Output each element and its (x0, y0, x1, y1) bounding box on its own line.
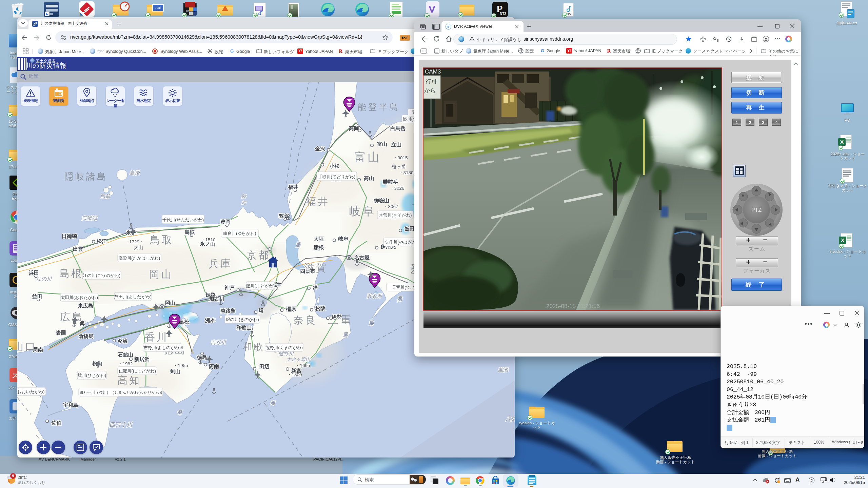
svg-text:豊岡: 豊岡 (220, 219, 231, 225)
svg-text:鳥取: 鳥取 (184, 229, 195, 235)
svg-text:今治: 今治 (117, 338, 127, 344)
svg-text:彦根: 彦根 (313, 244, 324, 250)
svg-text:1729・: 1729・ (129, 239, 144, 244)
svg-text:岐阜: 岐阜 (338, 236, 349, 242)
svg-text:兵庫: 兵庫 (209, 258, 232, 269)
svg-text:岡山: 岡山 (165, 300, 175, 306)
svg-text:千代川(せんだいがわ): 千代川(せんだいがわ) (162, 218, 204, 222)
svg-text:松江: 松江 (96, 238, 107, 244)
svg-text:岡山: 岡山 (149, 269, 173, 280)
svg-text:紀の川(きのかわ): 紀の川(きのかわ) (226, 317, 259, 322)
svg-text:富山: 富山 (377, 141, 387, 147)
svg-text:橿原: 橿原 (285, 306, 296, 312)
svg-text:浜名湖: 浜名湖 (367, 293, 382, 299)
svg-text:和歌山: 和歌山 (236, 325, 252, 330)
svg-text:手取川(てどりがわ): 手取川(てどりがわ) (318, 175, 355, 179)
svg-text:御嶽山: 御嶽山 (374, 198, 389, 203)
svg-text:高松: 高松 (179, 319, 190, 325)
svg-text:小松: 小松 (329, 163, 340, 169)
svg-text:新居浜: 新居浜 (134, 356, 150, 362)
svg-text:・1955: ・1955 (173, 363, 188, 368)
svg-text:槍ヶ岳: 槍ヶ岳 (392, 164, 406, 169)
svg-text:洲本: 洲本 (205, 317, 216, 323)
svg-text:宇和島: 宇和島 (63, 402, 78, 408)
svg-text:日御碕: 日御碕 (62, 233, 77, 239)
svg-text:・1510: ・1510 (201, 237, 216, 242)
svg-text:・3067: ・3067 (383, 204, 398, 209)
svg-text:PTZ: PTZ (751, 207, 762, 213)
svg-text:金沢: 金沢 (315, 146, 326, 151)
svg-text:高梁川(たかはしがわ): 高梁川(たかはしがわ) (119, 256, 160, 261)
svg-text:神戸: 神戸 (224, 284, 235, 290)
svg-text:能登半島: 能登半島 (358, 102, 400, 112)
svg-text:から: から (424, 87, 436, 94)
svg-text:八丈: 八丈 (505, 416, 515, 422)
svg-text:佐伯: 佐伯 (51, 420, 61, 426)
svg-text:太田川(おおたがわ): 太田川(おおたがわ) (61, 295, 98, 300)
svg-text:淀川(よどがわ): 淀川(よどがわ) (246, 284, 275, 288)
svg-text:東広島: 東広島 (78, 303, 93, 308)
svg-text:浜田: 浜田 (28, 270, 39, 276)
svg-text:2025-08-15 21:21:56: 2025-08-15 21:21:56 (546, 303, 600, 309)
svg-text:吉野川(よしのがわ): 吉野川(よしのがわ) (143, 345, 181, 350)
svg-text:大台ヶ原山: 大台ヶ原山 (287, 357, 311, 362)
svg-text:福井: 福井 (288, 184, 298, 190)
svg-text:岩国: 岩国 (56, 330, 66, 336)
svg-text:米子: 米子 (126, 230, 136, 236)
svg-text:周南: 周南 (33, 347, 43, 352)
svg-text:立山: 立山 (391, 142, 401, 147)
svg-text:富山: 富山 (354, 150, 381, 163)
svg-text:田辺: 田辺 (259, 364, 270, 369)
svg-text:隠岐諸島: 隠岐諸島 (64, 171, 108, 182)
svg-text:・3015: ・3015 (393, 155, 408, 160)
svg-text:乗鞍岳: 乗鞍岳 (382, 179, 398, 185)
svg-text:飯田: 飯田 (404, 226, 415, 231)
svg-text:CAM3: CAM3 (425, 68, 441, 75)
svg-text:伊勢: 伊勢 (331, 314, 342, 320)
svg-text:名古屋: 名古屋 (354, 255, 370, 260)
svg-text:阿南: 阿南 (209, 363, 219, 369)
svg-text:木曽川(きそがわ): 木曽川(きそがわ) (379, 213, 412, 218)
svg-text:徳島: 徳島 (197, 354, 207, 360)
svg-text:剣山: 剣山 (170, 368, 180, 374)
svg-text:大山: 大山 (134, 245, 143, 250)
svg-text:白馬岳: 白馬岳 (390, 125, 406, 131)
svg-text:熊野川(くまのがわ): 熊野川(くまのがわ) (265, 345, 303, 350)
svg-text:・1800: ・1800 (287, 372, 302, 377)
svg-text:石鎚山: 石鎚山 (118, 352, 133, 358)
svg-text:(おおいたがわ): (おおいたがわ) (17, 389, 45, 394)
svg-text:行可: 行可 (426, 78, 437, 85)
svg-text:四万十川: 四万十川 (109, 422, 133, 428)
svg-text:高知: 高知 (117, 375, 141, 386)
svg-text:・1982: ・1982 (118, 361, 133, 366)
svg-text:奈良: 奈良 (293, 314, 317, 326)
svg-text:吉野川: 吉野川 (211, 339, 226, 345)
svg-text:高山: 高山 (364, 175, 374, 181)
svg-text:出雲: 出雲 (73, 246, 83, 252)
svg-text:津: 津 (313, 284, 318, 290)
svg-text:島後: 島後 (130, 170, 140, 176)
svg-text:蘭灘: 蘭灘 (498, 367, 509, 372)
svg-text:江の川(ごうのかわ): 江の川(ごうのかわ) (83, 273, 120, 278)
svg-text:堺: 堺 (258, 308, 264, 313)
svg-text:島根: 島根 (59, 268, 83, 279)
svg-text:江の川: 江の川 (36, 276, 52, 282)
svg-text:・3026: ・3026 (390, 186, 405, 191)
svg-text:岐阜: 岐阜 (349, 205, 376, 218)
svg-text:四万十川（渡川）（しまんとがわ(わたりがわ)): 四万十川（渡川）（しまんとがわ(わたりがわ)) (79, 390, 162, 394)
svg-text:松阪: 松阪 (315, 305, 326, 311)
svg-text:島前: 島前 (100, 194, 111, 199)
svg-text:宍道湖: 宍道湖 (82, 215, 98, 221)
svg-text:福井: 福井 (306, 196, 330, 207)
svg-text:京都: 京都 (246, 249, 270, 261)
svg-text:淡路島: 淡路島 (220, 308, 236, 314)
svg-text:芦田川(あしだがわ): 芦田川(あしだがわ) (114, 294, 152, 299)
svg-text:呉: 呉 (79, 321, 85, 326)
svg-text:肱川(ひじかわ): 肱川(ひじかわ) (78, 373, 106, 378)
svg-text:四日市: 四日市 (300, 268, 315, 274)
svg-text:仁淀川(によどがわ): 仁淀川(によどがわ) (118, 369, 156, 373)
svg-text:香川: 香川 (145, 331, 169, 343)
svg-text:・1695: ・1695 (295, 363, 310, 368)
svg-text:高岡: 高岡 (349, 125, 359, 131)
svg-text:・3180: ・3180 (399, 170, 414, 175)
